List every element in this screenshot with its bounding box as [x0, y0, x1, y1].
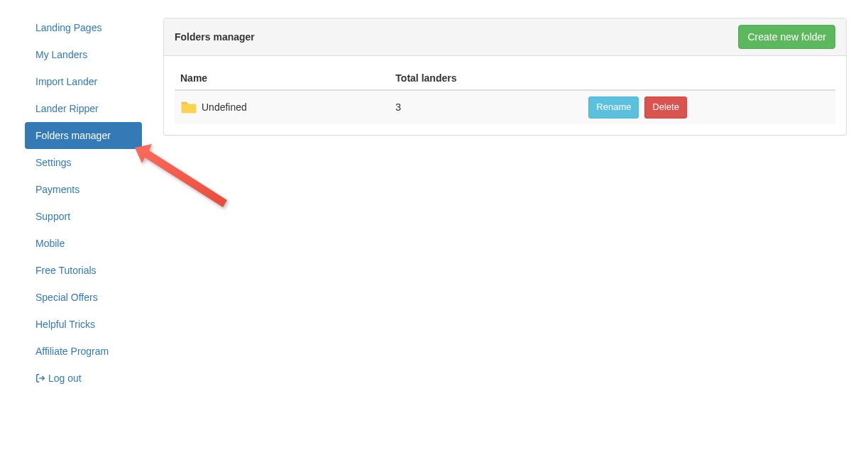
sidebar-item-special-offers[interactable]: Special Offers [25, 284, 142, 311]
column-header-name: Name [175, 67, 390, 90]
folders-panel: Folders manager Create new folder Name T… [163, 18, 847, 136]
rename-button[interactable]: Rename [588, 97, 639, 118]
column-header-actions [583, 67, 835, 90]
main-content: Folders manager Create new folder Name T… [142, 14, 868, 392]
sidebar-item-logout[interactable]: Log out [25, 365, 142, 392]
sidebar-item-my-landers[interactable]: My Landers [25, 41, 142, 68]
sidebar-item-helpful-tricks[interactable]: Helpful Tricks [25, 311, 142, 338]
logout-icon [35, 373, 45, 383]
folders-table: Name Total landers [175, 67, 835, 124]
panel-title: Folders manager [175, 31, 255, 43]
table-row: Undefined 3 Rename Delete [175, 90, 835, 124]
folder-name: Undefined [202, 101, 247, 113]
sidebar: Landing Pages My Landers Import Lander L… [0, 14, 142, 392]
sidebar-item-settings[interactable]: Settings [25, 149, 142, 176]
delete-button[interactable]: Delete [644, 97, 687, 118]
sidebar-item-folders-manager[interactable]: Folders manager [25, 122, 142, 149]
sidebar-item-landing-pages[interactable]: Landing Pages [25, 14, 142, 41]
column-header-total-landers: Total landers [390, 67, 583, 90]
create-new-folder-button[interactable]: Create new folder [738, 25, 835, 49]
sidebar-item-mobile[interactable]: Mobile [25, 230, 142, 257]
sidebar-item-affiliate-program[interactable]: Affiliate Program [25, 338, 142, 365]
sidebar-item-payments[interactable]: Payments [25, 176, 142, 203]
sidebar-item-free-tutorials[interactable]: Free Tutorials [25, 257, 142, 284]
logout-label: Log out [48, 373, 82, 384]
folder-icon [180, 100, 197, 114]
panel-header: Folders manager Create new folder [164, 18, 846, 56]
panel-body: Name Total landers [164, 56, 846, 135]
sidebar-item-import-lander[interactable]: Import Lander [25, 68, 142, 95]
folder-total-landers: 3 [390, 90, 583, 124]
sidebar-item-support[interactable]: Support [25, 203, 142, 230]
sidebar-item-lander-ripper[interactable]: Lander Ripper [25, 95, 142, 122]
